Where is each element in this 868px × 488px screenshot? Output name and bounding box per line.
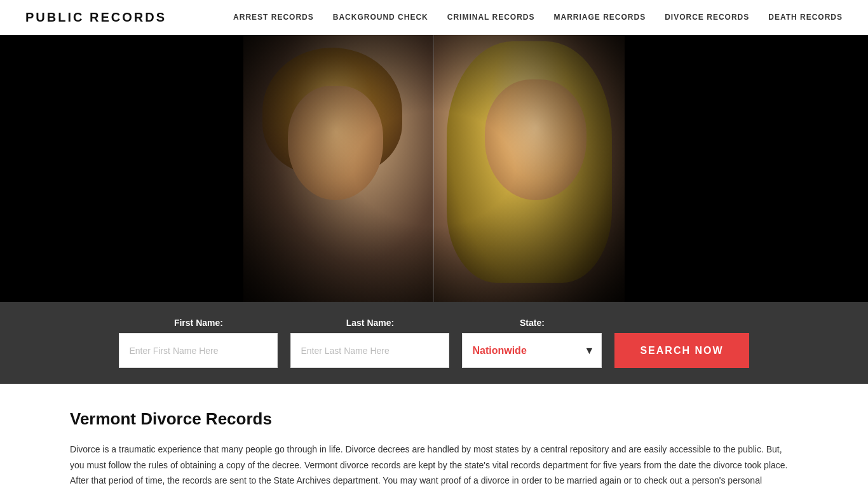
nav-background-check[interactable]: BACKGROUND CHECK	[333, 13, 428, 22]
hero-image	[243, 35, 625, 302]
nav-divorce-records[interactable]: DIVORCE RECORDS	[665, 13, 749, 22]
last-name-label: Last Name:	[290, 318, 449, 328]
state-group: State: NationwideAlabamaAlaskaArizonaArk…	[462, 318, 602, 368]
page-title: Vermont Divorce Records	[70, 409, 798, 429]
search-bar: First Name: Last Name: State: Nationwide…	[0, 302, 868, 384]
main-nav: ARREST RECORDS BACKGROUND CHECK CRIMINAL…	[233, 13, 843, 22]
header: PUBLIC RECORDS ARREST RECORDS BACKGROUND…	[0, 0, 868, 35]
content-section: Vermont Divorce Records Divorce is a tra…	[0, 384, 868, 488]
last-name-input[interactable]	[290, 333, 449, 368]
hero-overlay	[243, 35, 625, 302]
content-paragraph: Divorce is a traumatic experience that m…	[70, 442, 798, 488]
state-label: State:	[462, 318, 602, 328]
nav-arrest-records[interactable]: ARREST RECORDS	[233, 13, 314, 22]
site-logo[interactable]: PUBLIC RECORDS	[25, 10, 166, 25]
state-select[interactable]: NationwideAlabamaAlaskaArizonaArkansasCa…	[462, 333, 602, 368]
last-name-group: Last Name:	[290, 318, 449, 368]
nav-criminal-records[interactable]: CRIMINAL RECORDS	[447, 13, 535, 22]
first-name-input[interactable]	[119, 333, 278, 368]
nav-death-records[interactable]: DEATH RECORDS	[768, 13, 843, 22]
hero-section	[0, 35, 868, 302]
nav-marriage-records[interactable]: MARRIAGE RECORDS	[554, 13, 646, 22]
state-select-wrapper: NationwideAlabamaAlaskaArizonaArkansasCa…	[462, 333, 602, 368]
first-name-label: First Name:	[119, 318, 278, 328]
first-name-group: First Name:	[119, 318, 278, 368]
search-now-button[interactable]: SEARCH NOW	[614, 333, 749, 368]
